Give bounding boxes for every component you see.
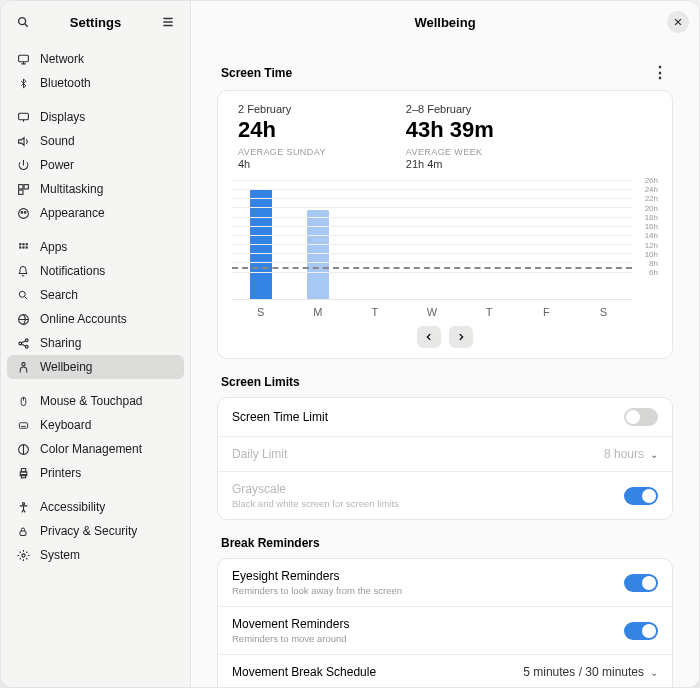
sidebar-item-keyboard[interactable]: Keyboard	[7, 413, 184, 437]
sidebar-item-printers[interactable]: Printers	[7, 461, 184, 485]
sidebar-item-apps[interactable]: Apps	[7, 235, 184, 259]
sidebar-item-mouse-touchpad[interactable]: Mouse & Touchpad	[7, 389, 184, 413]
svg-rect-21	[22, 246, 24, 248]
sidebar-item-label: Mouse & Touchpad	[40, 394, 143, 408]
color-management-icon	[15, 443, 31, 456]
svg-rect-38	[21, 468, 25, 471]
x-tick: W	[403, 306, 460, 318]
svg-rect-41	[20, 531, 26, 536]
next-week-button[interactable]	[449, 326, 473, 348]
sidebar-item-notifications[interactable]: Notifications	[7, 259, 184, 283]
menu-icon[interactable]	[156, 10, 180, 34]
main: Wellbeing Screen Time ⋮ 2 February 24h A…	[191, 1, 699, 687]
sidebar-item-label: Privacy & Security	[40, 524, 137, 538]
x-tick: M	[289, 306, 346, 318]
sidebar-item-online-accounts[interactable]: Online Accounts	[7, 307, 184, 331]
chevron-down-icon: ⌄	[650, 449, 658, 460]
system-icon	[15, 549, 31, 562]
y-tick: 16h	[645, 222, 658, 231]
sidebar-item-color-management[interactable]: Color Management	[7, 437, 184, 461]
y-tick: 20h	[645, 203, 658, 212]
sidebar-item-label: Accessibility	[40, 500, 105, 514]
svg-rect-19	[25, 243, 27, 245]
y-tick: 18h	[645, 212, 658, 221]
sidebar: Settings NetworkBluetoothDisplaysSoundPo…	[1, 1, 191, 687]
sidebar-title: Settings	[35, 15, 156, 30]
stat-day-sub: AVERAGE SUNDAY	[238, 147, 326, 157]
privacy-security-icon	[15, 525, 31, 538]
svg-rect-12	[24, 184, 28, 188]
sidebar-item-search[interactable]: Search	[7, 283, 184, 307]
sidebar-item-label: Bluetooth	[40, 76, 91, 90]
y-tick: 14h	[645, 231, 658, 240]
stat-day-value: 24h	[238, 117, 326, 143]
screen-time-card: 2 February 24h AVERAGE SUNDAY 4h 2–8 Feb…	[217, 90, 673, 359]
more-icon[interactable]: ⋮	[651, 63, 669, 82]
sidebar-item-sound[interactable]: Sound	[7, 129, 184, 153]
screen-time-limit-switch[interactable]	[624, 408, 658, 426]
svg-point-14	[18, 208, 28, 218]
sidebar-item-label: Sharing	[40, 336, 81, 350]
online-accounts-icon	[15, 313, 31, 326]
row-grayscale: Grayscale Black and white screen for scr…	[218, 471, 672, 519]
close-button[interactable]	[667, 11, 689, 33]
svg-rect-17	[19, 243, 21, 245]
x-tick: S	[232, 306, 289, 318]
accessibility-icon	[15, 501, 31, 514]
eyesight-switch[interactable]	[624, 574, 658, 592]
sidebar-item-label: Appearance	[40, 206, 105, 220]
bluetooth-icon	[15, 77, 31, 90]
svg-line-1	[25, 24, 28, 27]
chart-x-axis: SMTWTFS	[232, 306, 658, 318]
svg-point-16	[24, 211, 26, 213]
sidebar-item-privacy-security[interactable]: Privacy & Security	[7, 519, 184, 543]
row-daily-limit[interactable]: Daily Limit 8 hours⌄	[218, 436, 672, 471]
sidebar-item-sharing[interactable]: Sharing	[7, 331, 184, 355]
sidebar-item-label: System	[40, 548, 80, 562]
daily-limit-label: Daily Limit	[232, 447, 604, 461]
page-title: Wellbeing	[414, 15, 475, 30]
daily-limit-value: 8 hours	[604, 447, 644, 461]
sidebar-item-wellbeing[interactable]: Wellbeing	[7, 355, 184, 379]
movement-switch[interactable]	[624, 622, 658, 640]
sidebar-item-power[interactable]: Power	[7, 153, 184, 177]
sidebar-item-multitasking[interactable]: Multitasking	[7, 177, 184, 201]
y-tick: 10h	[645, 249, 658, 258]
svg-rect-20	[19, 246, 21, 248]
sidebar-item-accessibility[interactable]: Accessibility	[7, 495, 184, 519]
sidebar-item-label: Power	[40, 158, 74, 172]
sidebar-item-system[interactable]: System	[7, 543, 184, 567]
svg-point-31	[21, 362, 24, 365]
stat-day-date: 2 February	[238, 103, 326, 115]
svg-point-23	[19, 291, 25, 297]
sidebar-item-appearance[interactable]: Appearance	[7, 201, 184, 225]
grayscale-switch[interactable]	[624, 487, 658, 505]
sidebar-item-label: Printers	[40, 466, 81, 480]
y-tick: 24h	[645, 185, 658, 194]
grayscale-sub: Black and white screen for screen limits	[232, 498, 624, 509]
chart-plot	[232, 180, 632, 300]
sound-icon	[15, 135, 31, 148]
sidebar-item-bluetooth[interactable]: Bluetooth	[7, 71, 184, 95]
sidebar-item-network[interactable]: Network	[7, 47, 184, 71]
prev-week-button[interactable]	[417, 326, 441, 348]
sidebar-item-label: Online Accounts	[40, 312, 127, 326]
stat-week-small: 21h 4m	[406, 158, 494, 170]
sidebar-item-label: Search	[40, 288, 78, 302]
search-icon[interactable]	[11, 10, 35, 34]
svg-point-15	[21, 211, 23, 213]
svg-point-0	[19, 18, 26, 25]
row-schedule[interactable]: Movement Break Schedule 5 minutes / 30 m…	[218, 654, 672, 687]
chart: 6h8h10h12h14h16h18h20h22h24h26h	[232, 180, 658, 300]
network-icon	[15, 53, 31, 66]
row-eyesight: Eyesight Reminders Reminders to look awa…	[218, 559, 672, 606]
settings-window: Settings NetworkBluetoothDisplaysSoundPo…	[0, 0, 700, 688]
sidebar-item-label: Apps	[40, 240, 67, 254]
x-tick: S	[575, 306, 632, 318]
sidebar-item-displays[interactable]: Displays	[7, 105, 184, 129]
svg-line-30	[21, 344, 25, 346]
screen-time-limit-label: Screen Time Limit	[232, 410, 624, 424]
svg-rect-5	[18, 55, 28, 62]
stat-week-sub: AVERAGE WEEK	[406, 147, 494, 157]
content: Screen Time ⋮ 2 February 24h AVERAGE SUN…	[191, 43, 699, 687]
